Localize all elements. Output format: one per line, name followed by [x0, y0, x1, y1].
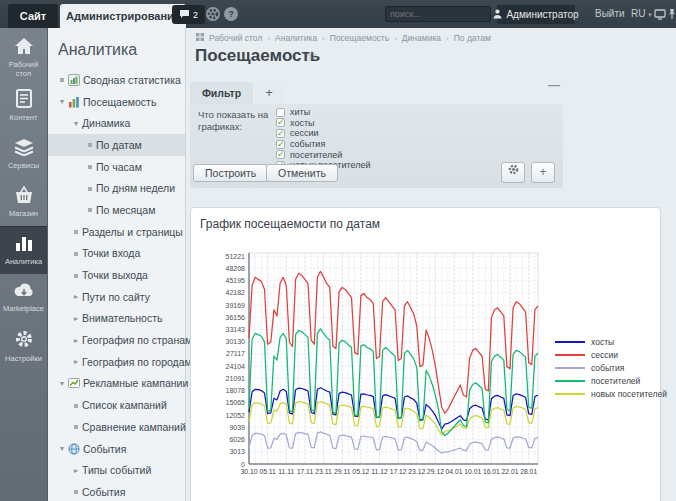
svg-text:16.01: 16.01	[483, 468, 500, 475]
sidebar-item-poseshchaemost[interactable]: ▾Посещаемость	[48, 91, 185, 113]
tab-filter[interactable]: Фильтр	[190, 82, 253, 104]
collapse-filter-button[interactable]: —	[548, 78, 560, 92]
sidebar-item-po-chasam[interactable]: По часам	[48, 156, 185, 178]
checkbox-row-hosts[interactable]: ✓хосты	[276, 118, 370, 129]
sidebar-item-sobytiya-list[interactable]: События	[48, 481, 185, 501]
rail-item-settings[interactable]: Настройки	[0, 322, 47, 370]
tab-site[interactable]: Сайт	[8, 4, 58, 28]
sidebar-item-po-datam[interactable]: По датам	[48, 134, 185, 156]
home-icon	[14, 37, 34, 59]
sidebar-item-tipy-sobytii[interactable]: ▸Типы событий	[48, 459, 185, 481]
bullet-icon	[84, 205, 96, 214]
language-value: RU	[631, 8, 645, 19]
help-button[interactable]: ?	[224, 7, 238, 21]
sidebar-item-svodnaya-statistika[interactable]: Сводная статистика	[48, 69, 185, 91]
breadcrumb-item[interactable]: Динамика	[402, 33, 441, 43]
top-bar: Сайт Администрирование 2 ? Администратор	[0, 0, 676, 28]
checkbox-row-hits[interactable]: хиты	[276, 107, 370, 118]
sidebar-item-sravnenie-kampanii[interactable]: Сравнение кампаний	[48, 416, 185, 438]
checkbox-row-sessions[interactable]: ✓сессии	[276, 128, 370, 139]
checked-checkbox-icon[interactable]: ✓	[276, 118, 285, 127]
sidebar-item-geografiya-po-gorodam[interactable]: ▸География по городам	[48, 351, 185, 373]
svg-text:30130: 30130	[226, 338, 246, 345]
sidebar-item-vnimatelnost[interactable]: ▸Внимательность	[48, 308, 185, 330]
checkbox-row-visitors[interactable]: ✓посетителей	[276, 149, 370, 160]
cancel-button[interactable]: Отменить	[266, 164, 338, 182]
checked-checkbox-icon[interactable]: ✓	[276, 150, 285, 159]
sidebar-item-po-mesyatsam[interactable]: По месяцам	[48, 199, 185, 221]
svg-text:42182: 42182	[226, 289, 246, 296]
checked-checkbox-icon[interactable]: ✓	[276, 140, 285, 149]
bullet-icon	[70, 227, 82, 236]
tab-admin[interactable]: Администрирование	[60, 4, 186, 28]
events-icon	[68, 443, 83, 455]
sidebar-item-label: Сравнение кампаний	[82, 421, 186, 433]
svg-text:05.11: 05.11	[259, 468, 276, 475]
chart-legend: хостысессиисобытияпосетителейновых посет…	[555, 335, 667, 400]
checkbox-label: хосты	[290, 118, 315, 128]
pin-panel-button[interactable]	[668, 8, 676, 22]
rail-item-services[interactable]: Сервисы	[0, 130, 47, 178]
sidebar-item-po-dnyam-nedeli[interactable]: По дням недели	[48, 177, 185, 199]
legend-item: хосты	[555, 335, 667, 348]
rail-item-analytics[interactable]: Аналитика	[0, 226, 47, 274]
sidebar-item-tochki-vhoda[interactable]: Точки входа	[48, 243, 185, 265]
monitor-icon	[654, 11, 666, 22]
filter-add-button[interactable]: +	[531, 162, 555, 183]
breadcrumb-item[interactable]: Посещаемость	[330, 33, 389, 43]
rail-item-label: Marketplace	[3, 305, 44, 314]
rail-item-desktop[interactable]: Рабочий стол	[0, 34, 47, 82]
sidebar-item-reklamnye-kampanii[interactable]: ▾Рекламные кампании	[48, 373, 185, 395]
rail-item-store[interactable]: Магазин	[0, 178, 47, 226]
filter-settings-button[interactable]	[501, 162, 525, 183]
chat-bubble-icon	[179, 9, 190, 21]
sidebar-item-dinamika[interactable]: ▾Динамика	[48, 112, 185, 134]
logout-link[interactable]: Выйти	[595, 8, 625, 19]
site-view-button[interactable]	[654, 9, 666, 22]
sidebar-item-tochki-vyhoda[interactable]: Точки выхода	[48, 264, 185, 286]
svg-text:04.01: 04.01	[446, 468, 463, 475]
chevron-right-icon: ▸	[70, 314, 82, 323]
build-button[interactable]: Построить	[193, 164, 268, 182]
sidebar-item-puti-po-saitu[interactable]: ▸Пути по сайту	[48, 286, 185, 308]
svg-text:27117: 27117	[226, 350, 245, 357]
rail-item-marketplace[interactable]: Marketplace	[0, 274, 47, 322]
breadcrumb-item[interactable]: Аналитика	[275, 33, 317, 43]
breadcrumb-item[interactable]: Рабочий стол	[209, 33, 262, 43]
filter-panel: Что показать на графиках: хиты✓хосты✓сес…	[190, 104, 563, 188]
chevron-right-icon: ▸	[70, 292, 82, 301]
breadcrumb-item[interactable]: По датам	[454, 33, 491, 43]
checkbox-row-events[interactable]: ✓события	[276, 139, 370, 150]
search-input[interactable]	[386, 9, 511, 19]
person-icon	[493, 9, 502, 21]
add-filter-tab[interactable]: +	[255, 82, 283, 104]
user-menu-button[interactable]: Администратор	[497, 5, 575, 24]
rail-item-label: Контент	[10, 114, 38, 123]
sidebar-item-label: Сводная статистика	[83, 74, 181, 86]
sidebar-item-label: По дням недели	[96, 182, 175, 194]
sidebar-item-label: Список кампаний	[82, 399, 167, 411]
notifications-button[interactable]: 2	[172, 5, 205, 24]
legend-label: новых посетителей	[591, 389, 667, 399]
checked-checkbox-icon[interactable]: ✓	[276, 129, 285, 138]
svg-text:21091: 21091	[226, 375, 246, 382]
unchecked-checkbox-icon[interactable]	[276, 108, 285, 117]
question-icon: ?	[228, 9, 234, 19]
sidebar-item-label: Точки выхода	[82, 269, 148, 281]
svg-text:39169: 39169	[226, 302, 246, 309]
sidebar-item-sobytiya[interactable]: ▾События	[48, 438, 185, 460]
gear-icon	[14, 329, 34, 353]
rail-item-content[interactable]: Контент	[0, 82, 47, 130]
bullet-icon	[84, 184, 96, 193]
sidebar-item-label: Разделы и страницы	[82, 226, 183, 238]
svg-text:48208: 48208	[226, 265, 246, 272]
sidebar-item-razdely-i-stranitsy[interactable]: Разделы и страницы	[48, 221, 185, 243]
favorite-star-icon[interactable]: ☆	[306, 48, 318, 63]
sidebar-item-geografiya-po-stranam[interactable]: ▸География по странам	[48, 329, 185, 351]
quick-settings-button[interactable]	[206, 7, 220, 21]
language-selector[interactable]: RU ▾	[631, 8, 652, 19]
sidebar-item-spisok-kampanii[interactable]: Список кампаний	[48, 394, 185, 416]
checkbox-label: хиты	[290, 107, 310, 117]
sidebar-item-label: Динамика	[82, 117, 130, 129]
sidebar-item-label: По часам	[96, 161, 142, 173]
